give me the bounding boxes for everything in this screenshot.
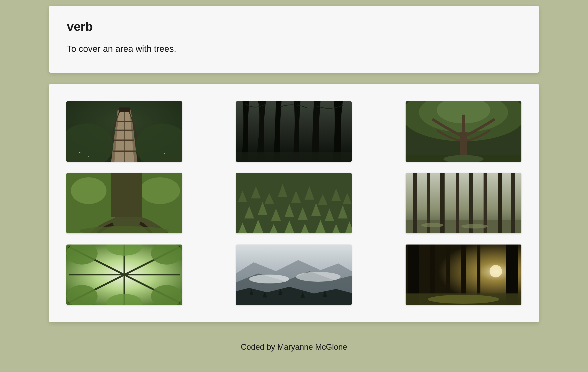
svg-rect-66 xyxy=(511,173,515,233)
svg-rect-62 xyxy=(456,173,459,233)
svg-rect-59 xyxy=(413,173,417,233)
svg-rect-64 xyxy=(483,173,487,233)
svg-point-26 xyxy=(71,177,106,204)
svg-point-101 xyxy=(428,295,499,304)
gallery-image-large-tree xyxy=(406,101,521,162)
image-grid xyxy=(66,101,522,305)
gallery-image-misty-mountains xyxy=(236,244,352,305)
gallery-card xyxy=(49,84,539,322)
gallery-image-tall-pines xyxy=(406,173,521,233)
definition-card: verb To cover an area with trees. xyxy=(49,6,539,73)
gallery-image-sunlit-forest xyxy=(406,244,521,305)
svg-point-27 xyxy=(140,177,180,204)
svg-point-14 xyxy=(164,153,165,154)
gallery-image-pine-tops xyxy=(236,173,352,233)
svg-rect-29 xyxy=(111,173,142,217)
svg-rect-9 xyxy=(119,108,130,112)
svg-point-67 xyxy=(421,223,443,227)
svg-point-85 xyxy=(249,275,289,283)
gallery-image-dark-forest xyxy=(236,101,352,162)
svg-point-68 xyxy=(461,224,488,229)
svg-point-86 xyxy=(296,272,341,282)
svg-rect-31 xyxy=(236,173,352,233)
footer-credit: Coded by Maryanne McGlone xyxy=(49,340,539,354)
svg-point-13 xyxy=(88,156,89,157)
gallery-image-forest-bridge xyxy=(66,101,182,162)
definition-text: To cover an area with trees. xyxy=(67,42,521,55)
gallery-image-canopy-view xyxy=(66,244,182,305)
svg-point-12 xyxy=(79,152,80,153)
svg-point-102 xyxy=(490,265,502,277)
svg-rect-16 xyxy=(236,152,352,162)
part-of-speech: verb xyxy=(67,19,521,34)
svg-rect-65 xyxy=(498,173,502,233)
gallery-image-mossy-trunk xyxy=(66,173,182,233)
